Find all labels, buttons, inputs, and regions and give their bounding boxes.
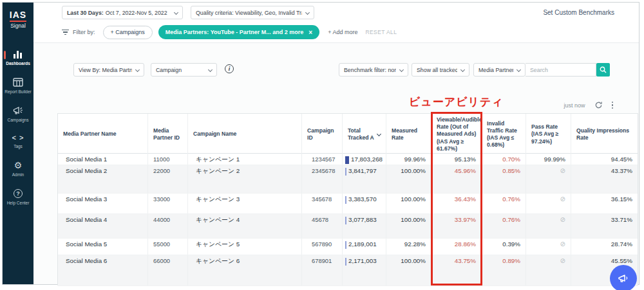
set-custom-benchmarks-link[interactable]: Set Custom Benchmarks [543, 9, 614, 16]
cell-media-partner-id: 22000 [148, 165, 188, 193]
column-header-pass-rate[interactable]: Pass Rate (IAS Avg ≥ 97.24%) [526, 114, 571, 155]
media-partners-filter-chip[interactable]: Media Partners: YouTube - Partner M... a… [158, 25, 319, 39]
cell-quality-impressions-rate: 43.37% [571, 165, 638, 193]
sidebar-item-dashboards[interactable]: Dashboards [3, 44, 33, 73]
sidebar-item-label: Tags [4, 144, 32, 150]
sidebar-item-report-builder[interactable]: Report Builder [3, 73, 33, 101]
quality-criteria-select[interactable]: Quality criteria: Viewability, Geo, Inva… [191, 6, 314, 19]
column-header-quality-impressions-rate[interactable]: Quality Impressions Rate [571, 114, 638, 155]
cell-invalid-traffic-rate: 0.76% [482, 214, 526, 238]
tracked-ads-select[interactable]: Show all tracked ads [412, 63, 469, 77]
filter-icon [62, 30, 69, 35]
cell-pass-rate: 99.99% [526, 154, 571, 165]
sidebar-item-label: Report Builder [4, 89, 32, 95]
cell-media-partner-id: 33000 [148, 194, 188, 213]
cell-media-partner-id: 44000 [148, 214, 188, 238]
cell-campaign-name: キャンペーン 6 [188, 255, 302, 285]
table-row[interactable]: Social Media 222000キャンペーン 223456783,841,… [58, 165, 638, 194]
column-header-total-tracked-ads[interactable]: Total Tracked A [343, 114, 386, 155]
info-icon[interactable]: i [225, 64, 234, 73]
data-table: Media Partner Name Media Partner ID Camp… [57, 113, 638, 285]
help-icon: ? [14, 189, 23, 198]
filter-by-label: Filter by: [73, 29, 95, 35]
search-column-select[interactable]: Media Partner Na [473, 63, 526, 77]
logo-text-signal: Signal [3, 23, 33, 29]
column-header-media-partner-name[interactable]: Media Partner Name [58, 114, 148, 155]
logo-text-ias: IAS [10, 10, 26, 22]
table-row[interactable]: Social Media 444000キャンペーン 4456783,077,88… [58, 214, 638, 239]
sidebar-item-admin[interactable]: ⚙ Admin [3, 156, 33, 184]
cell-total-tracked-ads: 3,383,570 [343, 194, 386, 213]
cell-quality-impressions-rate: 28.74% [571, 239, 638, 255]
cell-campaign-name: キャンペーン 2 [188, 165, 302, 193]
chevron-down-icon [305, 10, 310, 15]
no-data-icon: ⊘ [560, 195, 565, 203]
sidebar-item-campaigns[interactable]: Campaigns [3, 101, 33, 129]
column-header-invalid-traffic-rate[interactable]: Invalid Traffic Rate (IAS Avg ≤ 0.68%) [482, 114, 526, 155]
search-input[interactable] [526, 63, 596, 77]
table-row[interactable]: Social Media 111000キャンペーン 1123456717,803… [58, 154, 638, 165]
cell-measured-rate: 100.00% [386, 194, 431, 213]
chevron-down-icon [135, 68, 140, 72]
view-by-select[interactable]: View By: Media Partner [73, 63, 144, 77]
megaphone-icon [13, 106, 24, 115]
sidebar-item-help-center[interactable]: ? Help Center [3, 184, 33, 212]
close-icon[interactable]: × [308, 29, 312, 36]
cell-campaign-name: キャンペーン 3 [188, 194, 302, 213]
column-header-viewable-audible-rate[interactable]: Viewable/Audible Rate (Out of Measured A… [431, 114, 482, 155]
cell-pass-rate: ⊘ [526, 194, 571, 213]
cell-viewable-audible-rate: 45.96% [431, 165, 482, 193]
cell-quality-impressions-rate: 36.15% [571, 194, 638, 213]
table-row[interactable]: Social Media 555000キャンペーン 55678902,189,0… [58, 239, 638, 255]
add-more-link[interactable]: + Add more [328, 29, 357, 35]
reset-all-link[interactable]: RESET ALL [365, 29, 397, 35]
more-options-button[interactable] [612, 102, 614, 109]
sidebar-item-label: Help Center [4, 201, 32, 206]
bar-chart-icon [13, 50, 23, 59]
cell-campaign-id: 678901 [302, 255, 343, 285]
sidebar-item-tags[interactable]: < > Tags [3, 129, 33, 156]
search-button[interactable] [596, 63, 610, 77]
column-header-campaign-id[interactable]: Campaign ID [302, 114, 343, 155]
column-header-media-partner-id[interactable]: Media Partner ID [148, 114, 188, 155]
filter-bar: Filter by: + Campaigns Media Partners: Y… [33, 22, 639, 43]
refresh-button[interactable] [594, 101, 603, 109]
ias-signal-logo[interactable]: IAS Signal [3, 3, 33, 33]
sidebar-item-label: Campaigns [4, 118, 32, 123]
cell-total-tracked-ads: 17,803,268 [343, 154, 386, 165]
refresh-icon [594, 101, 603, 109]
viewability-annotation: ビューアビリティ [409, 95, 504, 109]
cell-invalid-traffic-rate: 0.85% [482, 165, 526, 193]
cell-pass-rate: ⊘ [526, 165, 571, 193]
cell-viewable-audible-rate: 95.13% [431, 154, 482, 165]
tracked-ads-value: Show all tracked ads [417, 67, 457, 73]
cell-measured-rate: 92.28% [386, 239, 431, 255]
cell-media-partner-name: Social Media 5 [58, 239, 148, 255]
benchmark-filter-select[interactable]: Benchmark filter: none [339, 63, 408, 77]
cell-media-partner-name: Social Media 4 [58, 214, 148, 238]
cell-quality-impressions-rate: 33.71% [571, 214, 638, 238]
cell-campaign-id: 567890 [302, 239, 343, 255]
column-header-measured-rate[interactable]: Measured Rate [386, 114, 431, 155]
date-range-select[interactable]: Last 30 Days:Oct 7, 2022-Nov 5, 2022 [62, 6, 183, 19]
dimension-select[interactable]: Campaign [151, 63, 217, 77]
add-campaigns-chip[interactable]: + Campaigns [103, 26, 153, 39]
no-data-icon: ⊘ [560, 240, 565, 248]
no-data-icon: ⊘ [560, 216, 565, 223]
cell-pass-rate: ⊘ [526, 214, 571, 238]
column-header-campaign-name[interactable]: Campaign Name [188, 114, 302, 155]
table-row[interactable]: Social Media 666000キャンペーン 66789012,171,0… [58, 255, 638, 286]
table-body: Social Media 111000キャンペーン 1123456717,803… [58, 154, 638, 286]
sidebar: IAS Signal Dashboards Report Builder [3, 3, 33, 284]
feedback-fab-button[interactable] [610, 265, 637, 290]
no-data-icon: ⊘ [560, 257, 565, 264]
cell-media-partner-name: Social Media 3 [58, 194, 148, 213]
date-range-value: Oct 7, 2022-Nov 5, 2022 [106, 10, 167, 16]
tracked-ads-data-bar [345, 156, 349, 164]
cell-invalid-traffic-rate: 0.39% [482, 239, 526, 255]
cell-measured-rate: 100.00% [386, 214, 431, 238]
table-row[interactable]: Social Media 333000キャンペーン 33456783,383,5… [58, 194, 638, 214]
cell-campaign-id: 1234567 [302, 154, 343, 165]
tracked-ads-data-bar [345, 241, 346, 249]
last-updated-label: just now [564, 102, 585, 109]
